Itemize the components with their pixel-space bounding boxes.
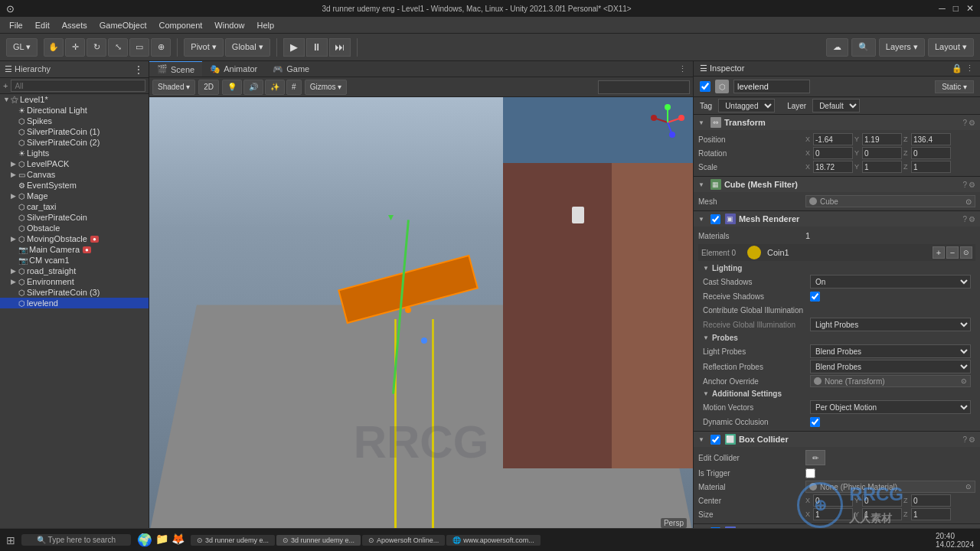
mesh-renderer-header[interactable]: ▼ ▣ Mesh Renderer ? ⚙	[694, 211, 980, 227]
motion-vectors-select[interactable]: Per Object Motion	[810, 400, 971, 414]
hier-item-coin1[interactable]: ⬡ SilverPirateCoin (1)	[0, 126, 149, 137]
scale-y[interactable]	[862, 161, 902, 173]
rot-y[interactable]	[862, 147, 902, 159]
scene-audio-btn[interactable]: 🔊	[243, 80, 263, 95]
size-z[interactable]	[911, 508, 951, 520]
pos-x[interactable]	[813, 133, 853, 145]
meshfilter-info-icon[interactable]: ?	[962, 181, 967, 189]
anchor-override-value[interactable]: None (Transform) ⊙	[810, 375, 971, 387]
meshrenderer-info-icon[interactable]: ?	[962, 215, 967, 223]
hier-item-levelpack[interactable]: ▶ ⬡ LevelPACK	[0, 158, 149, 169]
rotate-tool[interactable]: ↻	[87, 38, 106, 57]
taskbar-ie[interactable]: 🌍	[137, 533, 152, 547]
mat-remove-btn[interactable]: −	[946, 246, 959, 259]
start-btn[interactable]: ⊞	[6, 534, 15, 546]
scene-2d-btn[interactable]: 2D	[198, 80, 219, 95]
hier-item-coin3[interactable]: ⬡ SilverPirateCoin (3)	[0, 287, 149, 298]
collider-info-icon[interactable]: ?	[962, 435, 967, 444]
taskbar-file[interactable]: 📁	[155, 533, 168, 547]
gl-dropdown[interactable]: GL ▾	[6, 38, 38, 57]
hier-item-cmvcam1[interactable]: 📷 CM vcam1	[0, 255, 149, 266]
apowersoft-taskbar[interactable]: ⊙ Apowersoft Online...	[362, 535, 445, 546]
menu-window[interactable]: Window	[208, 19, 250, 31]
move-tool[interactable]: ✛	[65, 38, 85, 57]
tab-animator[interactable]: 🎭Animator	[202, 61, 265, 77]
hier-item-coin2[interactable]: ⬡ SilverPirateCoin (2)	[0, 137, 149, 148]
meshfilter-gear-icon[interactable]: ⚙	[969, 181, 975, 189]
receive-gi-select[interactable]: Light Probes	[810, 318, 971, 331]
menu-gameobject[interactable]: GameObject	[93, 19, 153, 31]
global-toggle[interactable]: Global ▾	[225, 38, 270, 57]
dynamic-occlusion-check[interactable]	[810, 417, 820, 427]
chrome-taskbar[interactable]: 🌐 www.apowersoft.com...	[446, 535, 541, 546]
receive-shadows-check[interactable]	[810, 292, 820, 302]
mesh-value[interactable]: Cube ⊙	[805, 195, 975, 207]
rot-z[interactable]	[911, 147, 951, 159]
hier-item-lights[interactable]: ☀ Lights	[0, 148, 149, 158]
is-trigger-check[interactable]	[805, 468, 815, 478]
scale-z[interactable]	[911, 161, 951, 173]
scene-vfx-btn[interactable]: ✨	[265, 80, 285, 95]
transform-info-icon[interactable]: ?	[962, 119, 967, 127]
pos-y[interactable]	[862, 133, 902, 145]
pos-z[interactable]	[911, 133, 951, 145]
additional-settings-header[interactable]: ▼ Additional Settings	[698, 388, 975, 399]
hier-item-movingobstacle[interactable]: ▶ ⬡ MovingObstacle ●	[0, 233, 149, 244]
hier-item-road[interactable]: ▶ ⬡ road_straight	[0, 266, 149, 276]
box-collider-enable[interactable]	[710, 435, 720, 445]
search-btn[interactable]: 🔍	[851, 38, 876, 57]
hier-item-directional-light[interactable]: ☀ Directional Light	[0, 105, 149, 116]
scene-view-btn[interactable]: Shaded ▾	[152, 80, 195, 95]
edit-collider-btn[interactable]: ✏	[805, 450, 825, 465]
layers-dropdown[interactable]: Layers ▾	[879, 38, 925, 57]
hierarchy-add-btn[interactable]: +	[3, 81, 8, 90]
unity-taskbar-2[interactable]: ⊙ 3d runner udemy e...	[276, 535, 361, 546]
maximize-btn[interactable]: □	[953, 3, 959, 14]
obj-active-checkbox[interactable]	[700, 81, 710, 92]
hier-item-eventsystem[interactable]: ⚙ EventSystem	[0, 180, 149, 191]
step-button[interactable]: ⏭	[329, 38, 351, 57]
cloud-btn[interactable]: ☁	[826, 38, 848, 57]
layout-dropdown[interactable]: Layout ▾	[928, 38, 974, 57]
static-button[interactable]: Static ▾	[935, 80, 974, 93]
pause-button[interactable]: ⏸	[306, 38, 328, 57]
probes-section-header[interactable]: ▼ Probes	[698, 332, 975, 344]
scale-x[interactable]	[813, 161, 853, 173]
transform-header[interactable]: ▼ ⇔ Transform ? ⚙	[694, 115, 980, 130]
rot-x[interactable]	[813, 147, 853, 159]
scene-viewport[interactable]: Persp RRCG	[149, 97, 693, 534]
center-z[interactable]	[911, 494, 951, 507]
menu-component[interactable]: Component	[152, 19, 208, 31]
hier-item-coin[interactable]: ⬡ SilverPirateCoin	[0, 212, 149, 223]
hier-item-levelend[interactable]: ⬡ levelend	[0, 298, 149, 308]
mesh-renderer-enable[interactable]	[710, 214, 720, 224]
mesh-filter-header[interactable]: ▼ ▦ Cube (Mesh Filter) ? ⚙	[694, 177, 980, 192]
hier-item-mage[interactable]: ▶ ⬡ Mage	[0, 191, 149, 201]
hier-item-obstacle[interactable]: ⬡ Obstacle	[0, 223, 149, 233]
hier-item-maincamera[interactable]: 📷 Main Camera ●	[0, 244, 149, 255]
inspector-menu-btn[interactable]: ⋮	[965, 64, 974, 73]
rect-tool[interactable]: ▭	[129, 38, 149, 57]
collider-gear-icon[interactable]: ⚙	[969, 435, 975, 444]
light-probes-select[interactable]: Blend Probes	[810, 344, 971, 358]
hierarchy-menu-btn[interactable]: ⋮	[133, 64, 144, 76]
obj-name-input[interactable]	[733, 80, 810, 93]
scale-tool[interactable]: ⤡	[108, 38, 128, 57]
tab-game[interactable]: 🎮Game	[265, 61, 317, 77]
play-button[interactable]: ▶	[283, 38, 305, 57]
layer-select[interactable]: Default	[812, 99, 860, 112]
menu-edit[interactable]: Edit	[29, 19, 56, 31]
scene-light-btn[interactable]: 💡	[222, 80, 242, 95]
menu-file[interactable]: File	[3, 19, 29, 31]
hier-item-level1[interactable]: ▼ ⚝ Level1*	[0, 94, 149, 105]
hier-item-cartaxi[interactable]: ⬡ car_taxi	[0, 201, 149, 212]
tag-select[interactable]: Untagged	[718, 99, 775, 112]
hier-item-environment[interactable]: ▶ ⬡ Environment	[0, 276, 149, 287]
scene-gizmo-btn[interactable]: Gizmos ▾	[305, 80, 348, 95]
hand-tool[interactable]: ✋	[44, 38, 64, 57]
transform-gear-icon[interactable]: ⚙	[969, 119, 975, 127]
cast-shadows-select[interactable]: OnOff	[810, 275, 971, 289]
pivot-toggle[interactable]: Pivot ▾	[184, 38, 224, 57]
scene-grid-btn[interactable]: #	[286, 80, 302, 95]
scene-search[interactable]	[598, 80, 690, 94]
